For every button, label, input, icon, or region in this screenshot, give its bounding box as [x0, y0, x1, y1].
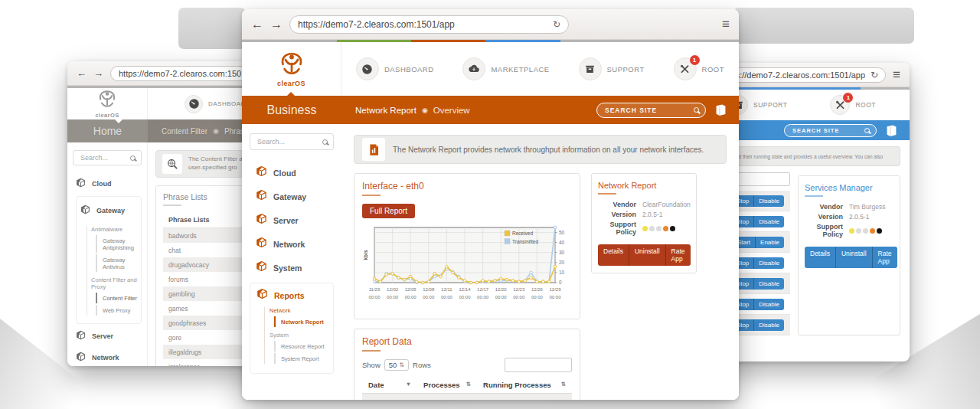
nav-item-dashboard[interactable]: DASHBOARD: [185, 95, 250, 113]
svg-text:12/23: 12/23: [513, 287, 525, 292]
rate-app-button[interactable]: Rate App: [666, 244, 691, 266]
search-site[interactable]: [784, 124, 877, 137]
sidebar-item-server[interactable]: Server: [76, 326, 142, 347]
back-icon[interactable]: ←: [77, 68, 87, 78]
sort-icon[interactable]: ▼: [406, 381, 411, 388]
table-filter-input[interactable]: [733, 172, 790, 186]
tree-item-resource-report[interactable]: Resource Report: [274, 341, 328, 352]
sort-icon[interactable]: ⇅: [561, 381, 566, 388]
interface-chart-card: Interface - eth0 Full Report 01020304050…: [354, 173, 580, 319]
svg-text:20: 20: [559, 260, 565, 265]
tree-item-gateway-antivirus[interactable]: Gateway Antivirus: [96, 254, 138, 272]
sidebar-item-network[interactable]: Network: [76, 347, 142, 366]
center-body: Cloud Gateway Server Network System Repo…: [242, 124, 739, 400]
tree-item-network-report[interactable]: Network Report: [274, 316, 328, 327]
nav-item-support[interactable]: SUPPORT: [579, 57, 645, 80]
sidebar-item-cloud[interactable]: Cloud: [256, 161, 334, 185]
center-sidebar: Cloud Gateway Server Network System Repo…: [242, 124, 341, 400]
nav-label: ROOT: [702, 65, 724, 74]
left-sidebar: Cloud Gateway Antimalware Gateway Antiph…: [67, 142, 148, 366]
column-header-date[interactable]: Date▼: [362, 377, 417, 394]
sidebar-item-gateway[interactable]: Gateway: [80, 200, 138, 221]
sidebar-search[interactable]: [250, 133, 334, 150]
version-label: Version: [805, 213, 849, 221]
book-icon[interactable]: [714, 103, 728, 117]
sidebar-search-input[interactable]: [256, 137, 322, 146]
network-report-icon: [362, 138, 385, 161]
card-title: Interface - eth0: [362, 181, 572, 191]
disable-button[interactable]: Disable: [754, 195, 784, 207]
reload-icon[interactable]: ↻: [553, 19, 560, 30]
breadcrumb-separator-icon: ◉: [213, 127, 219, 135]
svg-text:00:00: 00:00: [549, 295, 561, 299]
search-site[interactable]: [596, 103, 706, 118]
tree-item-system-report[interactable]: System Report: [274, 353, 328, 364]
svg-text:12/11: 12/11: [441, 287, 452, 292]
sidebar-item-system[interactable]: System: [256, 256, 334, 280]
disable-button[interactable]: Disable: [754, 319, 784, 331]
details-button[interactable]: Details: [598, 244, 629, 266]
nav-item-root[interactable]: 1 ROOT: [830, 95, 876, 115]
notch-icon: [115, 119, 122, 127]
nav-item-marketplace[interactable]: MARKETPLACE: [462, 57, 549, 80]
support-dot: [663, 226, 668, 231]
nav-item-dashboard[interactable]: DASHBOARD: [356, 57, 434, 80]
column-header-processes[interactable]: Processes⇅: [417, 377, 477, 394]
rate-app-button[interactable]: Rate App: [873, 247, 897, 268]
sidebar-item-server[interactable]: Server: [256, 208, 334, 232]
sidebar-search[interactable]: [73, 150, 142, 165]
tree-group: System Resource ReportSystem Report: [270, 332, 328, 364]
sort-icon[interactable]: ⇅: [466, 381, 471, 388]
tree-item-gateway-antiphishing[interactable]: Gateway Antiphishing: [96, 235, 138, 253]
search-site-input[interactable]: [791, 126, 864, 135]
tree-item-content-filter[interactable]: Content Filter: [96, 293, 138, 303]
report-data-table: Date▼Processes⇅Running Processes⇅ 2014-1…: [362, 377, 572, 400]
page-size-select[interactable]: 50 ⇅: [384, 359, 409, 371]
menu-icon[interactable]: ≡: [893, 68, 900, 81]
sidebar-item-network[interactable]: Network: [256, 232, 334, 256]
forward-icon[interactable]: →: [270, 18, 283, 31]
full-report-button[interactable]: Full Report: [362, 204, 415, 218]
enable-button[interactable]: Enable: [756, 237, 784, 248]
tools-icon: 1: [674, 57, 697, 80]
reload-icon[interactable]: ↻: [871, 70, 878, 80]
url-bar[interactable]: https://demo7-2.clearos.com:1501/app ↻: [289, 15, 569, 34]
sidebar-item-reports[interactable]: Reports: [256, 288, 328, 303]
uninstall-button[interactable]: Uninstall: [629, 244, 666, 266]
sidebar-search-input[interactable]: [79, 153, 130, 162]
svg-text:00:00: 00:00: [387, 295, 399, 299]
nav-item-root[interactable]: 1 ROOT: [674, 57, 724, 80]
svg-text:00:00: 00:00: [513, 295, 525, 299]
support-dot: [649, 226, 655, 231]
network-report-app-card: Network Report VendorClearFoundation Ver…: [591, 173, 697, 273]
title-rule: [362, 195, 381, 196]
card-title: Services Manager: [805, 183, 893, 192]
table-filter-input[interactable]: [505, 358, 572, 372]
nav-label: SUPPORT: [607, 65, 645, 74]
tree-group-label: Content Filter and Proxy: [91, 276, 138, 290]
sidebar-item-gateway[interactable]: Gateway: [256, 185, 334, 208]
forward-icon[interactable]: →: [93, 68, 103, 78]
tree-item-web-proxy[interactable]: Web Proxy: [96, 305, 138, 316]
column-header-running-processes[interactable]: Running Processes⇅: [477, 377, 572, 394]
support-dot: [870, 228, 875, 234]
sidebar-item-cloud[interactable]: Cloud: [76, 173, 142, 195]
details-button[interactable]: Details: [805, 247, 836, 268]
title-rule: [598, 193, 616, 195]
cube-icon: [76, 177, 86, 191]
disable-button[interactable]: Disable: [754, 257, 784, 269]
back-icon[interactable]: ←: [251, 18, 263, 31]
cloud-icon: [462, 57, 485, 80]
book-icon[interactable]: [884, 123, 899, 138]
disable-button[interactable]: Disable: [754, 299, 784, 310]
disable-button[interactable]: Disable: [754, 278, 784, 290]
search-site-input[interactable]: [603, 106, 694, 115]
disable-button[interactable]: Disable: [754, 216, 784, 227]
clearos-logo-cell[interactable]: clearOS: [67, 88, 148, 119]
clearos-logo-icon: [97, 89, 117, 112]
svg-text:12/29: 12/29: [549, 287, 561, 292]
uninstall-button[interactable]: Uninstall: [836, 247, 873, 268]
support-policy-label: Support Policy: [805, 223, 849, 238]
menu-icon[interactable]: ≡: [722, 18, 730, 31]
left-sidebar-menu: Cloud Gateway Antimalware Gateway Antiph…: [73, 173, 142, 366]
